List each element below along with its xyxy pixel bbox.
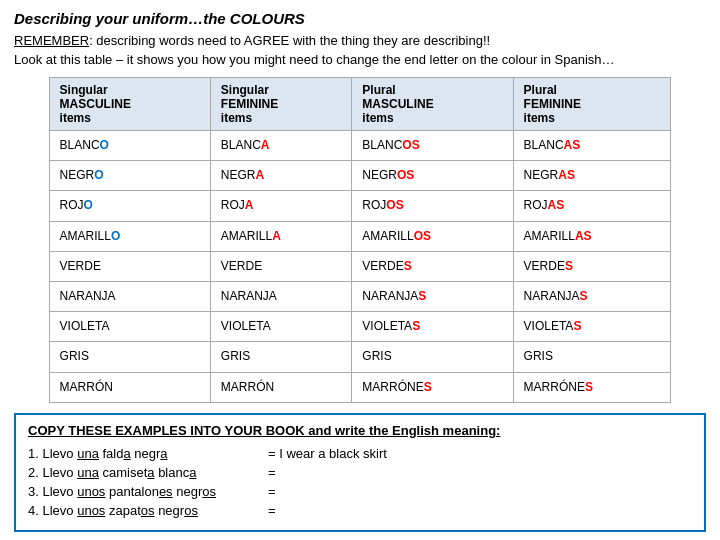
table-cell: GRIS	[513, 342, 671, 372]
table-cell: VERDE	[210, 251, 351, 281]
page-title: Describing your uniform…the COLOURS	[14, 10, 706, 27]
table-cell: ROJOS	[352, 191, 513, 221]
table-cell: BLANCAS	[513, 131, 671, 161]
table-cell: NEGROS	[352, 161, 513, 191]
table-cell: ROJAS	[513, 191, 671, 221]
example-english: = I wear a black skirt	[268, 446, 387, 461]
remember-text: : describing words need to AGREE with th…	[89, 33, 490, 48]
remember-line: REMEMBER: describing words need to AGREE…	[14, 33, 706, 48]
example-spanish: 4. Llevo unos zapatos negros	[28, 503, 228, 518]
col-header-sm: SingularMASCULINEitems	[49, 78, 210, 131]
examples-list: 1. Llevo una falda negra= I wear a black…	[28, 446, 692, 518]
table-cell: MARRÓNES	[513, 372, 671, 402]
col-header-pm: PluralMASCULINEitems	[352, 78, 513, 131]
table-cell: VIOLETA	[210, 312, 351, 342]
example-english: =	[268, 465, 276, 480]
table-cell: GRIS	[210, 342, 351, 372]
example-spanish: 2. Llevo una camiseta blanca	[28, 465, 228, 480]
table-cell: GRIS	[49, 342, 210, 372]
examples-title: COPY THESE EXAMPLES INTO YOUR BOOK and w…	[28, 423, 692, 438]
table-cell: ROJO	[49, 191, 210, 221]
table-cell: VERDE	[49, 251, 210, 281]
table-cell: BLANCO	[49, 131, 210, 161]
colour-table: SingularMASCULINEitems SingularFEMININEi…	[49, 77, 672, 403]
remember-label: REMEMBER	[14, 33, 89, 48]
table-cell: BLANCA	[210, 131, 351, 161]
table-cell: NARANJA	[210, 281, 351, 311]
col-header-sf: SingularFEMININEitems	[210, 78, 351, 131]
table-cell: AMARILLOS	[352, 221, 513, 251]
list-item: 2. Llevo una camiseta blanca=	[28, 465, 692, 480]
example-spanish: 1. Llevo una falda negra	[28, 446, 228, 461]
table-cell: NARANJAS	[513, 281, 671, 311]
list-item: 3. Llevo unos pantalones negros=	[28, 484, 692, 499]
table-cell: VIOLETAS	[513, 312, 671, 342]
table-cell: GRIS	[352, 342, 513, 372]
intro-text: Look at this table – it shows you how yo…	[14, 52, 706, 67]
table-cell: VIOLETA	[49, 312, 210, 342]
list-item: 4. Llevo unos zapatos negros=	[28, 503, 692, 518]
table-cell: VERDES	[513, 251, 671, 281]
table-cell: ROJA	[210, 191, 351, 221]
col-header-pf: PluralFEMININEitems	[513, 78, 671, 131]
table-cell: VIOLETAS	[352, 312, 513, 342]
table-cell: AMARILLO	[49, 221, 210, 251]
table-cell: VERDES	[352, 251, 513, 281]
table-cell: MARRÓN	[49, 372, 210, 402]
table-cell: BLANCOS	[352, 131, 513, 161]
list-item: 1. Llevo una falda negra= I wear a black…	[28, 446, 692, 461]
table-cell: AMARILLAS	[513, 221, 671, 251]
example-english: =	[268, 503, 276, 518]
table-cell: AMARILLA	[210, 221, 351, 251]
examples-box: COPY THESE EXAMPLES INTO YOUR BOOK and w…	[14, 413, 706, 532]
table-cell: NEGRAS	[513, 161, 671, 191]
example-english: =	[268, 484, 276, 499]
example-spanish: 3. Llevo unos pantalones negros	[28, 484, 228, 499]
table-cell: NARANJA	[49, 281, 210, 311]
table-cell: NARANJAS	[352, 281, 513, 311]
table-cell: MARRÓN	[210, 372, 351, 402]
table-cell: NEGRA	[210, 161, 351, 191]
table-cell: MARRÓNES	[352, 372, 513, 402]
table-cell: NEGRO	[49, 161, 210, 191]
